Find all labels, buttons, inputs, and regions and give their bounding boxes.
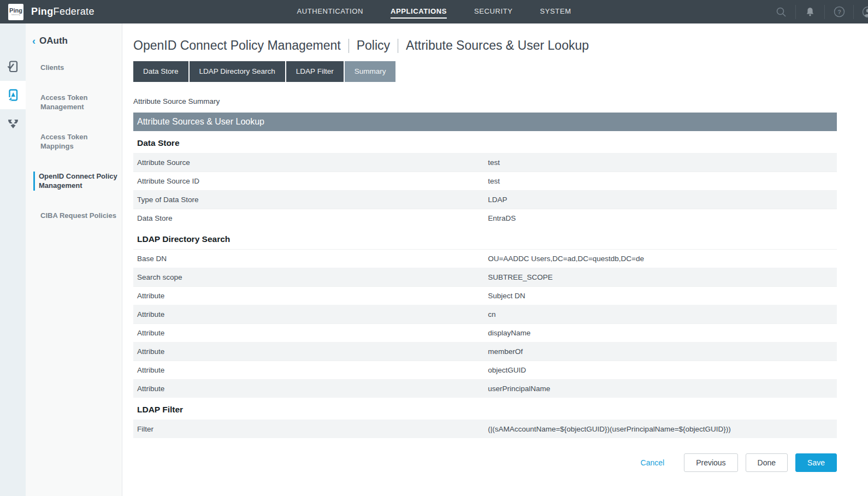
save-button[interactable]: Save [795, 453, 837, 472]
tab-summary[interactable]: Summary [345, 61, 396, 82]
row-value: OU=AADDC Users,DC=ad,DC=questdb,DC=de [488, 255, 837, 263]
row-label: Attribute [133, 310, 488, 318]
summary-row: Data StoreEntraDS [133, 209, 837, 227]
row-value: userPrincipalName [488, 385, 837, 393]
page-title: OpenID Connect Policy ManagementPolicyAt… [133, 38, 837, 53]
summary-row: Filter(|(sAMAccountName=${objectGUID})(u… [133, 420, 837, 438]
breadcrumb-separator [398, 39, 398, 53]
tab-ldap-directory-search[interactable]: LDAP Directory Search [190, 61, 285, 82]
tab-ldap-filter[interactable]: LDAP Filter [286, 61, 344, 82]
breadcrumb-separator [349, 39, 349, 53]
product-name: PingFederate [31, 6, 95, 17]
main-content: OpenID Connect Policy ManagementPolicyAt… [123, 23, 868, 496]
notifications-icon[interactable] [804, 5, 817, 19]
nav-icons: ? [775, 0, 868, 23]
summary-label: Attribute Source Summary [133, 97, 837, 105]
row-label: Attribute [133, 385, 488, 393]
rail-federation-icon[interactable] [0, 109, 26, 138]
summary-row: AttributedisplayName [133, 323, 837, 342]
row-value: objectGUID [488, 366, 837, 374]
row-value: displayName [488, 329, 837, 337]
tab-data-store[interactable]: Data Store [133, 61, 188, 82]
done-button[interactable]: Done [746, 453, 788, 472]
ping-logo-subtext: Identity [11, 14, 21, 16]
sidebar-item-openid-connect-policy-management[interactable]: OpenID Connect Policy Management [33, 172, 119, 191]
row-value: Subject DN [488, 292, 837, 300]
row-value: test [488, 158, 837, 167]
sidebar-item-clients[interactable]: Clients [33, 63, 119, 73]
rail-access-token-icon[interactable] [0, 81, 26, 109]
chevron-left-icon: ‹ [32, 36, 36, 46]
row-label: Attribute Source ID [133, 177, 488, 185]
wizard-tabs: Data StoreLDAP Directory SearchLDAP Filt… [133, 61, 837, 82]
row-label: Filter [133, 425, 488, 433]
row-label: Attribute Source [133, 158, 488, 167]
previous-button[interactable]: Previous [684, 453, 737, 472]
summary-sections: Data StoreAttribute SourcetestAttribute … [133, 131, 837, 438]
breadcrumb-part: OpenID Connect Policy Management [133, 38, 341, 53]
summary-row: Type of Data StoreLDAP [133, 190, 837, 209]
row-label: Data Store [133, 214, 488, 222]
user-icon[interactable] [861, 5, 868, 19]
row-value: EntraDS [488, 214, 837, 222]
panel-header: Attribute Sources & User Lookup [133, 113, 837, 131]
section-heading: Data Store [133, 131, 837, 153]
top-nav: Ping Identity PingFederate AUTHENTICATIO… [0, 0, 868, 23]
row-value: SUBTREE_SCOPE [488, 273, 837, 281]
summary-row: AttributeuserPrincipalName [133, 379, 837, 398]
sidebar-item-access-token-mappings[interactable]: Access Token Mappings [33, 132, 119, 151]
nav-item-security[interactable]: SECURITY [474, 5, 513, 19]
row-label: Attribute [133, 292, 488, 300]
rail-clients-icon[interactable] [0, 52, 26, 81]
row-label: Base DN [133, 255, 488, 263]
summary-row: Search scopeSUBTREE_SCOPE [133, 268, 837, 286]
summary-row: AttributeSubject DN [133, 286, 837, 305]
row-label: Attribute [133, 347, 488, 356]
nav-divider [853, 5, 854, 19]
summary-row: Base DNOU=AADDC Users,DC=ad,DC=questdb,D… [133, 249, 837, 268]
nav-divider [824, 5, 825, 19]
svg-text:?: ? [837, 9, 841, 15]
summary-row: Attributecn [133, 305, 837, 323]
sidebar-item-access-token-management[interactable]: Access Token Management [33, 93, 119, 112]
help-icon[interactable]: ? [832, 5, 846, 19]
row-value: test [488, 177, 837, 185]
row-value: memberOf [488, 347, 837, 356]
breadcrumb-part: Attribute Sources & User Lookup [406, 38, 589, 53]
row-label: Attribute [133, 329, 488, 337]
breadcrumb-part: Policy [357, 38, 390, 53]
sidebar-items: ClientsAccess Token ManagementAccess Tok… [26, 63, 122, 220]
row-value: (|(sAMAccountName=${objectGUID})(userPri… [488, 425, 837, 433]
nav-item-applications[interactable]: APPLICATIONS [391, 5, 447, 19]
summary-row: Attribute Sourcetest [133, 153, 837, 172]
section-heading: LDAP Filter [133, 398, 837, 420]
ping-logo: Ping Identity [8, 4, 23, 20]
nav-item-authentication[interactable]: AUTHENTICATION [297, 5, 363, 19]
row-value: LDAP [488, 196, 837, 204]
footer-actions: Cancel Previous Done Save [133, 453, 837, 472]
search-icon[interactable] [775, 5, 788, 19]
row-label: Search scope [133, 273, 488, 281]
icon-rail [0, 23, 26, 496]
summary-panel: Attribute Sources & User Lookup Data Sto… [133, 113, 837, 438]
summary-row: AttributeobjectGUID [133, 361, 837, 379]
row-label: Type of Data Store [133, 196, 488, 204]
summary-row: Attribute Source IDtest [133, 172, 837, 190]
sidebar-back-oauth[interactable]: ‹ OAuth [32, 36, 122, 46]
sidebar-item-ciba-request-policies[interactable]: CIBA Request Policies [33, 211, 119, 221]
nav-item-system[interactable]: SYSTEM [540, 5, 571, 19]
primary-nav: AUTHENTICATIONAPPLICATIONSSECURITYSYSTEM [297, 0, 571, 23]
section-heading: LDAP Directory Search [133, 227, 837, 249]
summary-row: AttributememberOf [133, 342, 837, 361]
nav-divider [795, 5, 796, 19]
sidebar: ‹ OAuth ClientsAccess Token ManagementAc… [26, 23, 122, 496]
sidebar-section-title: OAuth [39, 36, 68, 46]
row-value: cn [488, 310, 837, 318]
row-label: Attribute [133, 366, 488, 374]
cancel-button[interactable]: Cancel [641, 458, 665, 467]
